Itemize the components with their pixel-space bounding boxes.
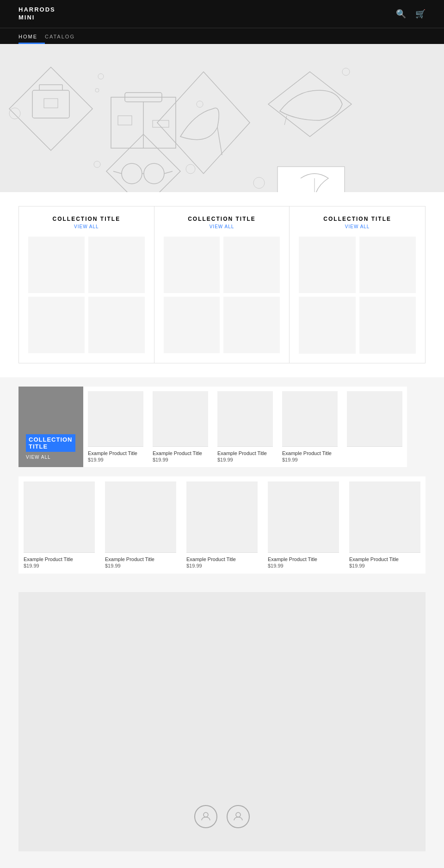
collection-view-all-2[interactable]: VIEW ALL <box>164 224 280 229</box>
svg-point-32 <box>204 812 208 817</box>
product-thumb <box>223 237 280 293</box>
product-thumb <box>359 297 416 353</box>
collection-col-1: COLLECTION TITLE VIEW ALL <box>19 206 154 363</box>
products-grid: Example Product Title $19.99 Example Pro… <box>18 476 426 574</box>
logo: HARRODS MINI <box>18 6 56 22</box>
product-title-grid: Example Product Title <box>186 556 236 562</box>
collection-title-1: COLLECTION TITLE <box>28 216 145 222</box>
collections-grid: COLLECTION TITLE VIEW ALL COLLECTION TIT… <box>18 206 426 363</box>
product-card-grid[interactable]: Example Product Title $19.99 <box>181 476 263 574</box>
product-thumb <box>164 237 220 293</box>
product-image-grid <box>186 481 258 553</box>
header: HARRODS MINI 🔍 🛒 <box>0 0 444 28</box>
collection-view-all-3[interactable]: VIEW ALL <box>299 224 416 229</box>
promo-icons <box>194 805 250 828</box>
collections-section: COLLECTION TITLE VIEW ALL COLLECTION TIT… <box>0 192 444 377</box>
promo-section <box>0 583 444 861</box>
product-title-grid: Example Product Title <box>24 556 73 562</box>
collection-title-3: COLLECTION TITLE <box>299 216 416 222</box>
promo-card <box>18 592 426 851</box>
navigation: HOME CATALOG <box>0 28 444 44</box>
collection-products-2 <box>164 237 280 353</box>
product-thumb <box>164 297 220 353</box>
featured-section: COLLECTION TITLE VIEW ALL Example Produc… <box>0 377 444 476</box>
product-title: Example Product Title <box>153 450 202 456</box>
svg-point-33 <box>236 812 240 817</box>
product-thumb <box>28 237 85 293</box>
product-card-grid[interactable]: Example Product Title $19.99 <box>100 476 181 574</box>
collection-view-all-1[interactable]: VIEW ALL <box>28 224 145 229</box>
header-icons: 🔍 🛒 <box>396 9 426 19</box>
product-thumb <box>28 297 85 353</box>
products-row-1: Example Product Title $19.99 Example Pro… <box>83 387 426 467</box>
product-card[interactable]: Example Product Title $19.99 <box>83 387 148 467</box>
hero-banner <box>0 44 444 192</box>
collection-col-3: COLLECTION TITLE VIEW ALL <box>290 206 425 363</box>
product-price: $19.99 <box>153 457 168 462</box>
product-image-grid <box>268 481 339 553</box>
collection-title-2: COLLECTION TITLE <box>164 216 280 222</box>
product-thumb <box>223 297 280 353</box>
product-price-grid: $19.99 <box>268 563 284 568</box>
products-grid-section: Example Product Title $19.99 Example Pro… <box>0 476 444 583</box>
product-thumb <box>299 297 355 353</box>
product-image-grid <box>24 481 95 553</box>
featured-row: COLLECTION TITLE VIEW ALL Example Produc… <box>18 387 426 467</box>
product-title: Example Product Title <box>88 450 137 456</box>
nav-item-catalog[interactable]: CATALOG <box>45 28 82 44</box>
product-image <box>217 391 273 447</box>
product-price: $19.99 <box>88 457 104 462</box>
product-image <box>153 391 208 447</box>
nav-item-home[interactable]: HOME <box>18 28 45 44</box>
product-card-grid[interactable]: Example Product Title $19.99 <box>263 476 344 574</box>
product-card-grid[interactable]: Example Product Title $19.99 <box>18 476 100 574</box>
product-image <box>88 391 143 447</box>
product-image-grid <box>105 481 176 553</box>
product-price: $19.99 <box>217 457 233 462</box>
products-scroll: Example Product Title $19.99 Example Pro… <box>83 387 426 467</box>
featured-collection-card: COLLECTION TITLE VIEW ALL <box>18 387 83 467</box>
product-title: Example Product Title <box>282 450 332 456</box>
collection-col-2: COLLECTION TITLE VIEW ALL <box>154 206 290 363</box>
collection-products-3 <box>299 237 416 354</box>
search-icon[interactable]: 🔍 <box>396 9 406 19</box>
product-card[interactable]: Example Product Title $19.99 <box>278 387 342 467</box>
product-image-grid <box>349 481 420 553</box>
product-price-grid: $19.99 <box>24 563 39 568</box>
product-thumb <box>359 237 416 293</box>
product-price-grid: $19.99 <box>349 563 365 568</box>
product-card-grid[interactable]: Example Product Title $19.99 <box>344 476 426 574</box>
featured-collection-label: COLLECTION TITLE <box>26 434 76 455</box>
promo-icon-right <box>227 805 250 828</box>
cart-icon[interactable]: 🛒 <box>415 9 426 19</box>
product-price-grid: $19.99 <box>105 563 121 568</box>
product-title-grid: Example Product Title <box>268 556 317 562</box>
product-title: Example Product Title <box>217 450 267 456</box>
product-thumb <box>88 297 145 353</box>
product-card[interactable]: Example Product Title $19.99 <box>148 387 213 467</box>
featured-view-all[interactable]: VIEW ALL <box>26 455 76 460</box>
promo-icon-left <box>194 805 217 828</box>
collection-products-1 <box>28 237 145 353</box>
product-price: $19.99 <box>282 457 298 462</box>
product-thumb <box>88 237 145 293</box>
product-image <box>282 391 338 447</box>
svg-rect-27 <box>278 167 345 192</box>
product-card[interactable]: Example Product Title $19.99 <box>213 387 278 467</box>
product-card <box>342 387 407 467</box>
product-title-grid: Example Product Title <box>105 556 154 562</box>
product-thumb <box>299 237 355 293</box>
product-price-grid: $19.99 <box>186 563 202 568</box>
product-title-grid: Example Product Title <box>349 556 399 562</box>
product-image <box>347 391 402 447</box>
